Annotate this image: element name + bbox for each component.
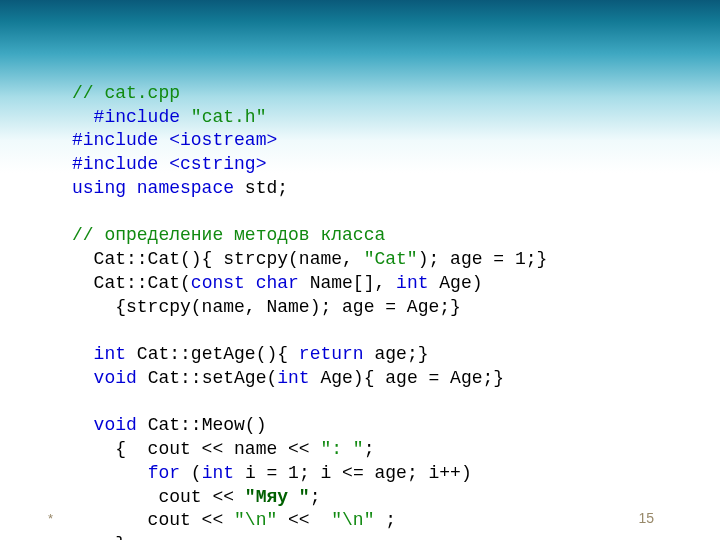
cout-nl-b: << (288, 510, 331, 530)
str-nl-2: "\n" (331, 510, 385, 530)
param-age: Age) (439, 273, 482, 293)
str-nl-1: "\n" (234, 510, 288, 530)
ctor-default-a: Cat::Cat(){ strcpy(name, (72, 249, 364, 269)
kw-int-2: int (94, 344, 137, 364)
str-cat: "Cat" (364, 249, 418, 269)
kw-void-1: void (94, 368, 148, 388)
str-colon: ": " (320, 439, 363, 459)
param-name: Name[], (310, 273, 396, 293)
ctor-default-b: ); age = 1;} (418, 249, 548, 269)
pp-include-cstring: #include (72, 154, 169, 174)
getage-sig: Cat::getAge(){ (137, 344, 299, 364)
meow-sig: Cat::Meow() (148, 415, 267, 435)
hdr-iostream: <iostream> (169, 130, 277, 150)
hdr-cstring: <cstring> (169, 154, 266, 174)
comment-filename: // cat.cpp (72, 83, 180, 103)
pad-12 (72, 415, 94, 435)
code-block: // cat.cpp #include "cat.h" #include <io… (72, 58, 680, 540)
footer-asterisk: * (48, 511, 53, 526)
cout-nl-c: ; (385, 510, 396, 530)
ctor-param-open: Cat::Cat( (72, 273, 191, 293)
setage-sig-b: Age){ age = Age;} (320, 368, 504, 388)
cout-nl-a: cout << (72, 510, 234, 530)
cout-meow-a: cout << (72, 487, 245, 507)
getage-val: age;} (374, 344, 428, 364)
pad-10 (72, 344, 94, 364)
page-number: 15 (638, 510, 654, 526)
str-meow: "Мяу " (245, 487, 310, 507)
comment-methods: // определение методов класса (72, 225, 385, 245)
kw-return: return (299, 344, 375, 364)
pad-11 (72, 368, 94, 388)
pp-include-cat-h: #include (72, 107, 191, 127)
kw-void-2: void (94, 415, 148, 435)
kw-for: for (148, 463, 191, 483)
cout-meow-b: ; (310, 487, 321, 507)
pad-14 (72, 463, 148, 483)
ctor-body: {strcpy(name, Name); age = Age;} (72, 297, 461, 317)
meow-cout-name-a: { cout << name << (72, 439, 320, 459)
kw-const-char: const char (191, 273, 310, 293)
for-cond: i = 1; i <= age; i++) (245, 463, 472, 483)
hdr-cat-h: "cat.h" (191, 107, 267, 127)
kw-int-3: int (277, 368, 320, 388)
setage-sig-a: Cat::setAge( (148, 368, 278, 388)
kw-using-namespace: using namespace (72, 178, 245, 198)
kw-int-4: int (202, 463, 245, 483)
ns-std: std; (245, 178, 288, 198)
meow-cout-name-b: ; (364, 439, 375, 459)
meow-close-brace: } (72, 534, 126, 540)
kw-int-1: int (396, 273, 439, 293)
slide: // cat.cpp #include "cat.h" #include <io… (0, 0, 720, 540)
pp-include-iostream: #include (72, 130, 169, 150)
for-open: ( (191, 463, 202, 483)
